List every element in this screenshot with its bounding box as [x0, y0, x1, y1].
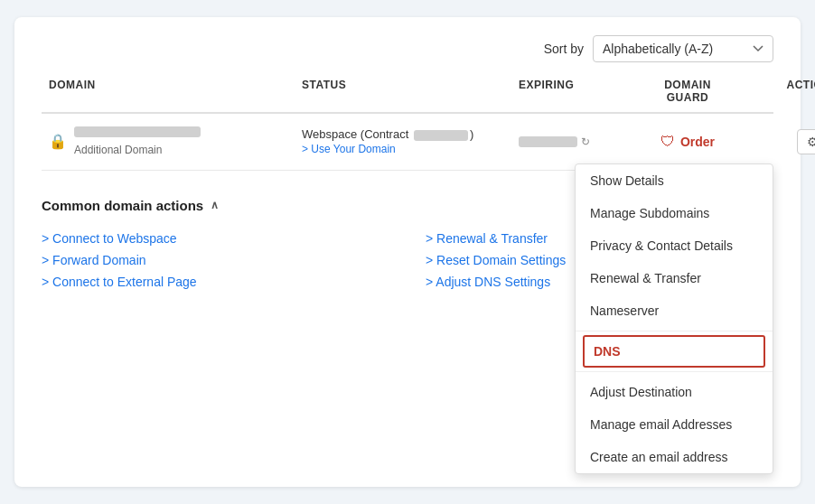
link-connect-webspace[interactable]: Connect to Webspace	[42, 228, 389, 249]
menu-item-manage-subdomains[interactable]: Manage Subdomains	[576, 197, 773, 229]
domain-type: Additional Domain	[74, 144, 162, 156]
dropdown-menu: Show Details Manage Subdomains Privacy &…	[575, 163, 773, 474]
menu-item-create-email[interactable]: Create an email address	[576, 441, 773, 473]
col-domain-guard: DOMAINGUARD	[620, 79, 755, 105]
menu-item-show-details[interactable]: Show Details	[576, 164, 773, 197]
col-domain: Domain	[42, 79, 295, 105]
menu-divider	[576, 331, 773, 331]
sort-select[interactable]: Alphabetically (A-Z) Alphabetically (Z-A…	[593, 35, 773, 62]
menu-item-nameserver[interactable]: Nameserver	[576, 294, 773, 327]
gear-button[interactable]: ⚙ ▾	[797, 129, 815, 154]
status-cell: Webspace (Contract ) Use Your Domain	[295, 127, 511, 155]
main-container: Sort by Alphabetically (A-Z) Alphabetica…	[14, 17, 801, 487]
expiring-cell: ↻	[511, 135, 620, 148]
domain-guard-cell: 🛡 Order	[620, 134, 755, 150]
lock-icon: 🔒	[49, 133, 67, 150]
gear-icon: ⚙	[807, 135, 815, 149]
menu-item-dns[interactable]: DNS	[583, 335, 765, 368]
sort-row: Sort by Alphabetically (A-Z) Alphabetica…	[42, 35, 773, 62]
domain-name-blurred	[74, 126, 201, 137]
actions-cell: ⚙ ▾	[755, 129, 815, 154]
chevron-up-icon[interactable]: ∧	[211, 199, 219, 211]
common-actions-label: Common domain actions	[42, 198, 203, 213]
domain-cell: 🔒 Additional Domain	[42, 126, 295, 157]
refresh-icon[interactable]: ↻	[581, 135, 590, 148]
domain-info: Additional Domain	[74, 126, 201, 157]
table-row: 🔒 Additional Domain Webspace (Contract )…	[42, 114, 773, 171]
table-header: Domain Status Expiring DOMAINGUARD Actio…	[42, 79, 773, 114]
menu-divider-2	[576, 371, 773, 372]
col-status: Status	[295, 79, 511, 105]
menu-item-privacy-contact[interactable]: Privacy & Contact Details	[576, 229, 773, 262]
status-text: Webspace (Contract )	[302, 127, 473, 141]
menu-item-renewal-transfer[interactable]: Renewal & Transfer	[576, 262, 773, 294]
order-link[interactable]: Order	[680, 135, 715, 149]
menu-item-manage-email[interactable]: Manage email Addresses	[576, 408, 773, 441]
left-links: Connect to Webspace Forward Domain Conne…	[42, 228, 389, 293]
use-domain-link[interactable]: Use Your Domain	[302, 143, 504, 155]
col-actions: Actions	[755, 79, 815, 105]
link-forward-domain[interactable]: Forward Domain	[42, 249, 389, 271]
shield-icon: 🛡	[660, 134, 675, 150]
expiring-blurred	[519, 136, 577, 147]
link-connect-external[interactable]: Connect to External Page	[42, 271, 389, 293]
col-expiring: Expiring	[511, 79, 620, 105]
sort-label: Sort by	[544, 42, 584, 56]
menu-item-adjust-destination[interactable]: Adjust Destination	[576, 376, 773, 408]
